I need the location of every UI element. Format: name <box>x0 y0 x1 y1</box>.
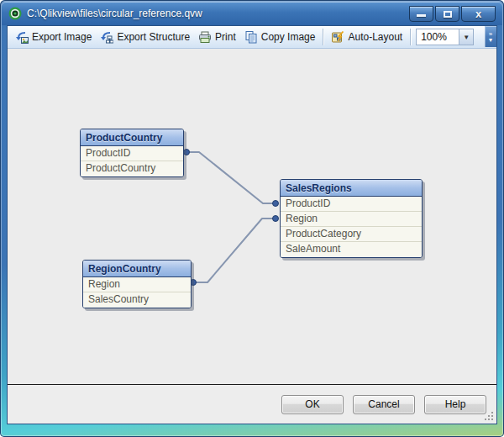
cancel-button[interactable]: Cancel <box>353 395 415 414</box>
toolbar-separator <box>410 29 411 45</box>
connector-productid <box>184 150 279 207</box>
title-bar[interactable]: C:\Qlikview\files\circular_reference.qvw… <box>2 2 502 25</box>
minimize-icon <box>417 14 426 17</box>
copy-image-icon <box>244 30 258 44</box>
toolbar-button-label: Auto-Layout <box>348 31 402 43</box>
export-image-button[interactable]: Export Image <box>11 29 96 45</box>
ok-button[interactable]: OK <box>281 395 344 414</box>
auto-layout-button[interactable]: Auto-Layout <box>327 29 407 45</box>
resize-grip[interactable] <box>484 411 495 422</box>
export-image-icon <box>15 30 29 44</box>
maximize-icon <box>444 11 452 18</box>
diagram-canvas[interactable]: ProductCountryProductIDProductCountrySal… <box>8 49 496 384</box>
export-structure-icon <box>100 30 113 44</box>
print-icon <box>198 30 212 44</box>
toolbar-button-label: Copy Image <box>261 31 316 43</box>
overflow-arrow: ▾ <box>489 37 492 43</box>
table-field: Region <box>83 277 191 292</box>
table-productcountry[interactable]: ProductCountryProductIDProductCountry <box>80 129 184 177</box>
table-field: ProductCountry <box>81 161 183 176</box>
table-field: ProductID <box>81 146 183 161</box>
table-title: SalesRegions <box>281 180 422 197</box>
toolbar-separator <box>323 29 323 45</box>
table-title: ProductCountry <box>81 129 183 146</box>
chevron-down-icon[interactable]: ▼ <box>459 29 474 45</box>
export-structure-button[interactable]: Export Structure <box>96 29 194 45</box>
table-title: RegionCountry <box>83 261 191 277</box>
window-controls: x <box>409 6 497 22</box>
toolbar-button-label: Export Structure <box>117 31 190 43</box>
table-field: ProductCategory <box>281 227 422 242</box>
zoom-combobox[interactable]: 100% ▼ <box>416 29 474 45</box>
connections-layer <box>8 49 496 384</box>
minimize-button[interactable] <box>409 6 433 22</box>
table-field: Region <box>281 212 422 227</box>
toolbar-button-label: Print <box>215 31 236 43</box>
zoom-value[interactable]: 100% <box>416 29 459 45</box>
table-salesregions[interactable]: SalesRegionsProductIDRegionProductCatego… <box>280 179 423 258</box>
connector-region <box>191 216 279 286</box>
footer-bar: OK Cancel Help <box>8 385 496 424</box>
print-button[interactable]: Print <box>194 29 240 45</box>
table-field: SaleAmount <box>281 242 422 257</box>
copy-image-button[interactable]: Copy Image <box>240 29 320 45</box>
auto-layout-icon <box>331 30 344 44</box>
help-button[interactable]: Help <box>424 395 486 414</box>
table-field: SalesCountry <box>83 292 191 308</box>
window-frame: C:\Qlikview\files\circular_reference.qvw… <box>0 0 504 437</box>
close-button[interactable]: x <box>461 6 496 22</box>
toolbar-overflow-button[interactable]: » ▾ <box>485 26 496 47</box>
close-icon: x <box>462 7 495 21</box>
table-regioncountry[interactable]: RegionCountryRegionSalesCountry <box>82 260 192 308</box>
maximize-button[interactable] <box>435 6 459 22</box>
qlikview-logo-icon <box>8 7 22 20</box>
toolbar-button-label: Export Image <box>32 31 92 43</box>
toolbar: Export Image Export Structure <box>8 26 496 49</box>
table-field: ProductID <box>281 197 422 212</box>
client-area: Export Image Export Structure <box>7 25 497 424</box>
window-title: C:\Qlikview\files\circular_reference.qvw <box>27 8 202 19</box>
